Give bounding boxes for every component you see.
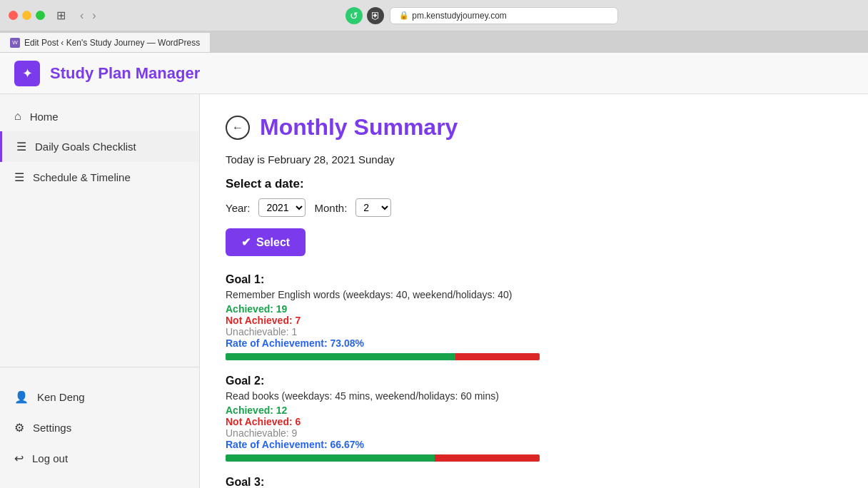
sidebar: ⌂ Home ☰ Daily Goals Checklist ☰ Schedul… bbox=[0, 94, 200, 488]
app-logo: ✦ bbox=[14, 61, 40, 86]
goal-1-unachievable: Unachievable: 1 bbox=[226, 326, 842, 337]
select-date-label: Select a date: bbox=[226, 177, 842, 191]
goal-2-achieved: Achieved: 12 bbox=[226, 405, 842, 416]
sidebar-toggle-icon[interactable]: ⊞ bbox=[56, 9, 66, 22]
browser-icons: ↺ ⛨ bbox=[345, 7, 384, 24]
back-arrow-icon: ← bbox=[232, 121, 243, 134]
logo-symbol: ✦ bbox=[22, 66, 33, 81]
today-label: Today is February 28, 2021 Sunday bbox=[226, 153, 842, 166]
tab-bar: W Edit Post ‹ Ken's Study Journey — Word… bbox=[0, 31, 868, 53]
sidebar-divider bbox=[0, 367, 199, 367]
minimize-button[interactable] bbox=[22, 11, 31, 20]
app-header: ✦ Study Plan Manager bbox=[0, 53, 868, 94]
sidebar-item-logout-label: Log out bbox=[32, 452, 68, 464]
goal-1-progress-green bbox=[226, 353, 455, 360]
sidebar-item-daily-goals-label: Daily Goals Checklist bbox=[35, 141, 136, 153]
sidebar-item-schedule[interactable]: ☰ Schedule & Timeline bbox=[0, 162, 199, 193]
goal-1-description: Remember English words (weekdays: 40, we… bbox=[226, 289, 842, 300]
refresh-icon[interactable]: ↺ bbox=[345, 7, 363, 24]
tab-label: Edit Post ‹ Ken's Study Journey — WordPr… bbox=[24, 38, 200, 48]
nav-arrows: ‹ › bbox=[77, 8, 99, 24]
browser-tab[interactable]: W Edit Post ‹ Ken's Study Journey — Word… bbox=[0, 32, 211, 52]
goal-1-progress-bar bbox=[226, 353, 540, 360]
list-icon: ☰ bbox=[16, 140, 26, 153]
year-select[interactable]: 2021 2020 2022 bbox=[258, 198, 306, 217]
page-header: ← Monthly Summary bbox=[226, 114, 842, 141]
user-icon: 👤 bbox=[14, 390, 29, 404]
app-title: Study Plan Manager bbox=[50, 64, 200, 83]
back-button[interactable]: ← bbox=[226, 116, 250, 140]
sidebar-item-settings[interactable]: ⚙ Settings bbox=[0, 412, 199, 443]
sidebar-item-schedule-label: Schedule & Timeline bbox=[33, 171, 131, 183]
goal-2-section: Goal 2: Read books (weekdays: 45 mins, w… bbox=[226, 375, 842, 462]
goal-2-not-achieved: Not Achieved: 6 bbox=[226, 416, 842, 427]
year-label: Year: bbox=[226, 202, 250, 214]
lock-icon: 🔒 bbox=[399, 11, 409, 20]
sidebar-item-user-label: Ken Deng bbox=[37, 391, 85, 403]
goal-2-progress-red bbox=[435, 454, 540, 462]
back-nav-arrow[interactable]: ‹ bbox=[77, 8, 86, 24]
date-selectors: Year: 2021 2020 2022 Month: 2 1 3 4 5 6 … bbox=[226, 198, 842, 217]
address-bar[interactable]: 🔒 pm.kenstudyjourney.com bbox=[390, 7, 618, 24]
app-body: ⌂ Home ☰ Daily Goals Checklist ☰ Schedul… bbox=[0, 94, 868, 488]
address-text: pm.kenstudyjourney.com bbox=[412, 11, 507, 21]
select-button[interactable]: ✔ Select bbox=[226, 228, 306, 256]
goal-1-title: Goal 1: bbox=[226, 273, 842, 286]
settings-icon: ⚙ bbox=[14, 421, 24, 434]
goal-3-title: Goal 3: bbox=[226, 476, 842, 488]
schedule-icon: ☰ bbox=[14, 171, 24, 184]
sidebar-item-home[interactable]: ⌂ Home bbox=[0, 101, 199, 131]
browser-toolbar: ↺ ⛨ 🔒 pm.kenstudyjourney.com bbox=[105, 7, 859, 24]
tab-favicon: W bbox=[10, 38, 20, 48]
check-circle-icon: ✔ bbox=[241, 235, 251, 249]
sidebar-bottom: 👤 Ken Deng ⚙ Settings ↩ Log out bbox=[0, 375, 199, 481]
goal-2-title: Goal 2: bbox=[226, 375, 842, 387]
home-icon: ⌂ bbox=[14, 110, 21, 123]
month-select[interactable]: 2 1 3 4 5 6 7 8 9 10 11 12 bbox=[355, 198, 391, 217]
mac-titlebar: ⊞ ‹ › ↺ ⛨ 🔒 pm.kenstudyjourney.com bbox=[0, 0, 868, 31]
goal-1-progress-red bbox=[455, 353, 540, 360]
sidebar-item-daily-goals[interactable]: ☰ Daily Goals Checklist bbox=[0, 131, 199, 162]
sidebar-item-home-label: Home bbox=[30, 111, 59, 123]
goal-2-progress-bar bbox=[226, 454, 540, 462]
goal-2-description: Read books (weekdays: 45 mins, weekend/h… bbox=[226, 390, 842, 402]
sidebar-item-logout[interactable]: ↩ Log out bbox=[0, 443, 199, 474]
select-button-label: Select bbox=[256, 236, 290, 249]
close-button[interactable] bbox=[9, 11, 18, 20]
goal-3-section: Goal 3: bbox=[226, 476, 842, 488]
main-content: ← Monthly Summary Today is February 28, … bbox=[200, 94, 868, 488]
goal-2-progress-green bbox=[226, 454, 435, 462]
fullscreen-button[interactable] bbox=[36, 11, 45, 20]
sidebar-item-user[interactable]: 👤 Ken Deng bbox=[0, 382, 199, 412]
goal-1-section: Goal 1: Remember English words (weekdays… bbox=[226, 273, 842, 360]
goal-1-achieved: Achieved: 19 bbox=[226, 303, 842, 315]
page-title: Monthly Summary bbox=[260, 114, 458, 141]
goal-2-unachievable: Unachievable: 9 bbox=[226, 427, 842, 439]
forward-nav-arrow[interactable]: › bbox=[89, 8, 99, 24]
goal-2-rate: Rate of Achievement: 66.67% bbox=[226, 439, 842, 450]
goal-1-not-achieved: Not Achieved: 7 bbox=[226, 315, 842, 326]
logout-icon: ↩ bbox=[14, 452, 24, 465]
month-label: Month: bbox=[314, 202, 347, 214]
sidebar-nav: ⌂ Home ☰ Daily Goals Checklist ☰ Schedul… bbox=[0, 101, 199, 360]
goal-1-rate: Rate of Achievement: 73.08% bbox=[226, 337, 842, 349]
traffic-lights bbox=[9, 11, 45, 20]
shield-icon[interactable]: ⛨ bbox=[367, 7, 384, 24]
sidebar-item-settings-label: Settings bbox=[33, 422, 71, 434]
